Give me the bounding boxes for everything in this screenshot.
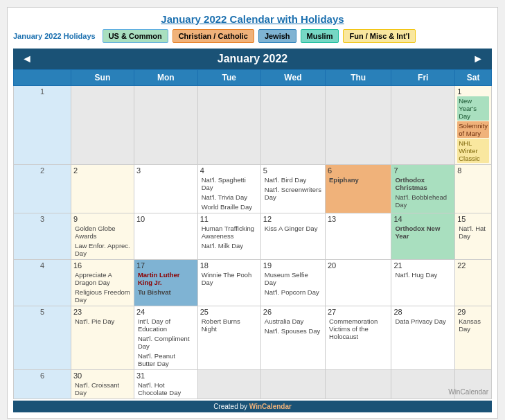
prev-month-button[interactable]: ◄ (21, 53, 33, 65)
event-tu-bishvat: Tu Bishvat (136, 288, 195, 297)
day-number: 24 (136, 308, 195, 316)
day-25: 25 Robert Burns Night (197, 306, 260, 370)
event-pie-day: Nat'l. Pie Day (73, 317, 132, 326)
event-kansas: Kansas Day (457, 317, 489, 333)
empty-day (391, 370, 455, 399)
page-title: January 2022 Calendar with Holidays (13, 13, 492, 25)
day-9: 9 Golden Globe Awards Law Enfor. Apprec.… (71, 213, 134, 260)
day-number: 25 (200, 308, 258, 316)
day-number: 28 (393, 308, 452, 316)
day-10: 10 (134, 213, 197, 260)
empty-day (134, 86, 197, 165)
event-croissant: Nat'l. Croissant Day (73, 380, 132, 397)
empty-day (197, 86, 260, 165)
day-16: 16 Appreciate A Dragon Day Religious Fre… (71, 260, 134, 306)
day-number: 11 (200, 215, 258, 223)
weekday-header-row: Sun Mon Tue Wed Thu Fri Sat (14, 70, 492, 86)
day-number: 12 (263, 215, 323, 223)
day-12: 12 Kiss A Ginger Day (260, 213, 325, 260)
day-31: 31 Nat'l. Hot Chocolate Day (134, 370, 197, 399)
event-spaghetti: Nat'l. Spaghetti Day (200, 175, 258, 192)
badge-jewish[interactable]: Jewish (258, 29, 296, 43)
day-number: 7 (393, 166, 452, 175)
event-golden-globe: Golden Globe Awards (73, 224, 132, 240)
day-29: 29 Kansas Day (455, 306, 492, 370)
badge-fun[interactable]: Fun / Misc & Int'l (343, 29, 416, 43)
calendar-container: January 2022 Calendar with Holidays Janu… (7, 7, 498, 419)
event-milk: Nat'l. Milk Day (200, 241, 258, 250)
day-30: 30 Nat'l. Croissant Day (71, 370, 134, 399)
table-row: 5 23 Nat'l. Pie Day 24 Int'l. Day of Edu… (14, 306, 492, 370)
header-thu: Thu (326, 70, 391, 86)
event-burns-night: Robert Burns Night (200, 317, 258, 333)
wincalendar-footer: WinCalendar (448, 388, 488, 396)
day-number: 15 (457, 215, 489, 223)
week-number: 2 (14, 165, 71, 213)
day-19: 19 Museum Selfie Day Nat'l. Popcorn Day (260, 260, 325, 306)
empty-day: WinCalendar (455, 370, 492, 399)
event-peanut-butter: Nat'l. Peanut Butter Day (136, 351, 195, 368)
empty-day (326, 370, 391, 399)
empty-day (326, 86, 391, 165)
empty-day (260, 86, 325, 165)
event-intl-education: Int'l. Day of Education (136, 317, 195, 333)
day-number: 4 (200, 166, 258, 175)
day-3: 3 (134, 165, 197, 213)
event-australia: Australia Day (263, 317, 323, 326)
badge-muslim[interactable]: Muslim (301, 29, 339, 43)
day-22: 22 (455, 260, 492, 306)
badge-christian[interactable]: Christian / Catholic (172, 29, 254, 43)
day-14: 14 Orthodox New Year (391, 213, 455, 260)
header-tue: Tue (197, 70, 260, 86)
day-number: 16 (73, 261, 132, 270)
day-number: 30 (73, 371, 132, 380)
header-mon: Mon (134, 70, 197, 86)
day-number: 1 (457, 87, 489, 96)
header-wed: Wed (260, 70, 325, 86)
event-hot-chocolate: Nat'l. Hot Chocolate Day (136, 380, 195, 397)
day-number: 5 (263, 166, 323, 175)
day-number: 21 (393, 261, 452, 270)
day-15: 15 Nat'l. Hat Day (455, 213, 492, 260)
event-orth-newyear: Orthodox New Year (393, 224, 452, 240)
day-number: 23 (73, 308, 132, 316)
day-number: 19 (263, 261, 323, 270)
legend-label: January 2022 Holidays (13, 32, 96, 40)
day-6: 6 Epiphany (326, 165, 391, 213)
event-nhl: NHL Winter Classic (457, 139, 489, 163)
day-number: 26 (263, 308, 323, 316)
event-spouses: Nat'l. Spouses Day (263, 326, 323, 335)
empty-day (260, 370, 325, 399)
bottom-bar: Created by WinCalendar (13, 401, 492, 412)
next-month-button[interactable]: ► (472, 53, 484, 65)
day-number: 13 (328, 215, 389, 223)
empty-day (71, 86, 134, 165)
week-number: 3 (14, 213, 71, 260)
badge-us-common[interactable]: US & Common (103, 29, 168, 43)
header-sun: Sun (71, 70, 134, 86)
event-data-privacy: Data Privacy Day (393, 317, 452, 326)
day-number: 17 (136, 261, 195, 270)
day-number: 3 (136, 166, 195, 175)
event-hug-day: Nat'l. Hug Day (393, 270, 452, 279)
table-row: 4 16 Appreciate A Dragon Day Religious F… (14, 260, 492, 306)
day-4: 4 Nat'l. Spaghetti Day Nat'l. Trivia Day… (197, 165, 260, 213)
wincalendar-link[interactable]: WinCalendar (249, 403, 292, 410)
day-13: 13 (326, 213, 391, 260)
day-20: 20 (326, 260, 391, 306)
day-17: 17 Martin Luther King Jr. Tu Bishvat (134, 260, 197, 306)
day-number: 10 (136, 215, 195, 223)
event-museum-selfie: Museum Selfie Day (263, 270, 323, 287)
day-11: 11 Human Trafficking Awareness Nat'l. Mi… (197, 213, 260, 260)
event-trivia: Nat'l. Trivia Day (200, 193, 258, 202)
event-holocaust: Commemoration Victims of the Holocaust (328, 317, 389, 341)
footer-text: WinCalendar (448, 388, 488, 396)
table-row: 1 1 New Year's Day Solemnity of Mary NHL… (14, 86, 492, 165)
day-number: 31 (136, 371, 195, 380)
week-number: 4 (14, 260, 71, 306)
table-row: 2 2 3 4 Nat'l. Spaghetti Day Nat'l. Triv… (14, 165, 492, 213)
event-trafficking: Human Trafficking Awareness (200, 224, 258, 240)
event-popcorn: Nat'l. Popcorn Day (263, 288, 323, 297)
week-number: 5 (14, 306, 71, 370)
day-number: 29 (457, 308, 489, 316)
